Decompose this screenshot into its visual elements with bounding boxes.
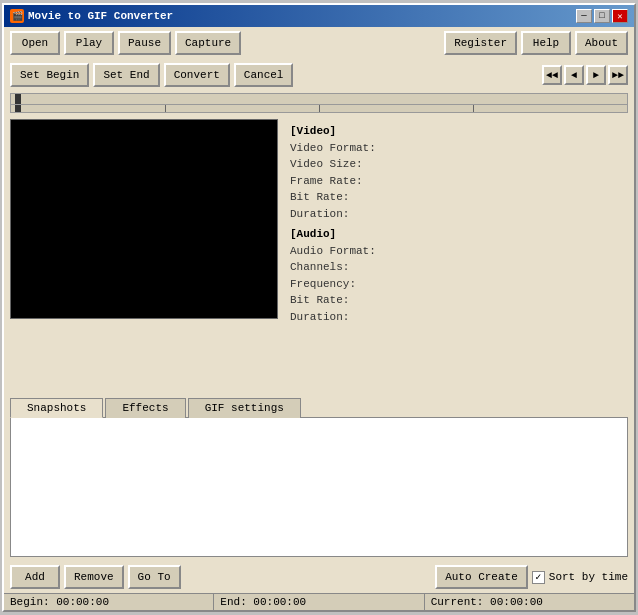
frequency-row: Frequency: bbox=[290, 276, 624, 293]
video-section-title: [Video] bbox=[290, 123, 624, 140]
nav-buttons: ◄◄ ◄ ► ►► bbox=[542, 65, 628, 85]
status-item-begin: Begin: 00:00:00 bbox=[4, 594, 214, 610]
set-begin-button[interactable]: Set Begin bbox=[10, 63, 89, 87]
tab-header: Snapshots Effects GIF settings bbox=[10, 398, 628, 418]
set-end-button[interactable]: Set End bbox=[93, 63, 159, 87]
remove-button[interactable]: Remove bbox=[64, 565, 124, 589]
audio-format-row: Audio Format: bbox=[290, 243, 624, 260]
pause-button[interactable]: Pause bbox=[118, 31, 171, 55]
cancel-button[interactable]: Cancel bbox=[234, 63, 294, 87]
sort-by-time-checkbox[interactable]: ✓ bbox=[532, 571, 545, 584]
frame-rate-row: Frame Rate: bbox=[290, 173, 624, 190]
main-content: [Video] Video Format: Video Size: Frame … bbox=[4, 115, 634, 398]
end-time: 00:00:00 bbox=[253, 596, 306, 608]
prev-frame-button[interactable]: ◄ bbox=[564, 65, 584, 85]
convert-button[interactable]: Convert bbox=[164, 63, 230, 87]
app-icon: 🎬 bbox=[10, 9, 24, 23]
current-label: Current: bbox=[431, 596, 484, 608]
window-title: Movie to GIF Converter bbox=[28, 10, 173, 22]
snapshots-actions: Add Remove Go To Auto Create ✓ Sort by t… bbox=[4, 561, 634, 593]
title-bar: 🎬 Movie to GIF Converter ─ □ ✕ bbox=[4, 5, 634, 27]
register-button[interactable]: Register bbox=[444, 31, 517, 55]
audio-section-title: [Audio] bbox=[290, 226, 624, 243]
sort-by-time-label: ✓ Sort by time bbox=[532, 571, 628, 584]
tab-effects[interactable]: Effects bbox=[105, 398, 185, 418]
audio-bitrate-row: Bit Rate: bbox=[290, 292, 624, 309]
close-button[interactable]: ✕ bbox=[612, 9, 628, 23]
next-frame-button[interactable]: ► bbox=[586, 65, 606, 85]
timeline-scale bbox=[11, 104, 627, 112]
video-info-section: [Video] Video Format: Video Size: Frame … bbox=[290, 123, 624, 222]
go-to-button[interactable]: Go To bbox=[128, 565, 181, 589]
maximize-button[interactable]: □ bbox=[594, 9, 610, 23]
toolbar-left: Open Play Pause Capture bbox=[10, 31, 241, 55]
audio-duration-row: Duration: bbox=[290, 309, 624, 326]
capture-button[interactable]: Capture bbox=[175, 31, 241, 55]
minimize-button[interactable]: ─ bbox=[576, 9, 592, 23]
timeline-ruler[interactable] bbox=[10, 93, 628, 113]
status-item-end: End: 00:00:00 bbox=[214, 594, 424, 610]
status-bar: Begin: 00:00:00 End: 00:00:00 Current: 0… bbox=[4, 593, 634, 610]
begin-label: Begin: bbox=[10, 596, 50, 608]
status-item-current: Current: 00:00:00 bbox=[425, 594, 634, 610]
tick-2 bbox=[319, 105, 320, 112]
toolbar-right: Register Help About bbox=[444, 31, 628, 55]
add-button[interactable]: Add bbox=[10, 565, 60, 589]
tab-snapshots[interactable]: Snapshots bbox=[10, 398, 103, 418]
video-duration-row: Duration: bbox=[290, 206, 624, 223]
video-bitrate-row: Bit Rate: bbox=[290, 189, 624, 206]
title-bar-left: 🎬 Movie to GIF Converter bbox=[10, 9, 173, 23]
video-preview bbox=[10, 119, 278, 319]
open-button[interactable]: Open bbox=[10, 31, 60, 55]
video-format-row: Video Format: bbox=[290, 140, 624, 157]
main-window: 🎬 Movie to GIF Converter ─ □ ✕ Open Play… bbox=[2, 3, 636, 612]
tab-gif-settings[interactable]: GIF settings bbox=[188, 398, 301, 418]
top-toolbar: Open Play Pause Capture Register Help Ab… bbox=[4, 27, 634, 59]
tick-3 bbox=[473, 105, 474, 112]
tick-1 bbox=[165, 105, 166, 112]
end-label: End: bbox=[220, 596, 246, 608]
timeline-area bbox=[4, 91, 634, 115]
title-buttons: ─ □ ✕ bbox=[576, 9, 628, 23]
begin-time: 00:00:00 bbox=[56, 596, 109, 608]
video-size-row: Video Size: bbox=[290, 156, 624, 173]
about-button[interactable]: About bbox=[575, 31, 628, 55]
current-time: 00:00:00 bbox=[490, 596, 543, 608]
sort-by-time-text: Sort by time bbox=[549, 571, 628, 583]
first-frame-button[interactable]: ◄◄ bbox=[542, 65, 562, 85]
info-panel: [Video] Video Format: Video Size: Frame … bbox=[286, 119, 628, 394]
audio-info-section: [Audio] Audio Format: Channels: Frequenc… bbox=[290, 226, 624, 325]
edit-toolbar-left: Set Begin Set End Convert Cancel bbox=[10, 63, 293, 87]
help-button[interactable]: Help bbox=[521, 31, 571, 55]
play-button[interactable]: Play bbox=[64, 31, 114, 55]
auto-create-button[interactable]: Auto Create bbox=[435, 565, 528, 589]
tabs-area: Snapshots Effects GIF settings bbox=[4, 398, 634, 561]
tab-content-snapshots bbox=[10, 417, 628, 557]
second-toolbar: Set Begin Set End Convert Cancel ◄◄ ◄ ► … bbox=[4, 59, 634, 91]
channels-row: Channels: bbox=[290, 259, 624, 276]
last-frame-button[interactable]: ►► bbox=[608, 65, 628, 85]
snapshots-actions-right: Auto Create ✓ Sort by time bbox=[435, 565, 628, 589]
